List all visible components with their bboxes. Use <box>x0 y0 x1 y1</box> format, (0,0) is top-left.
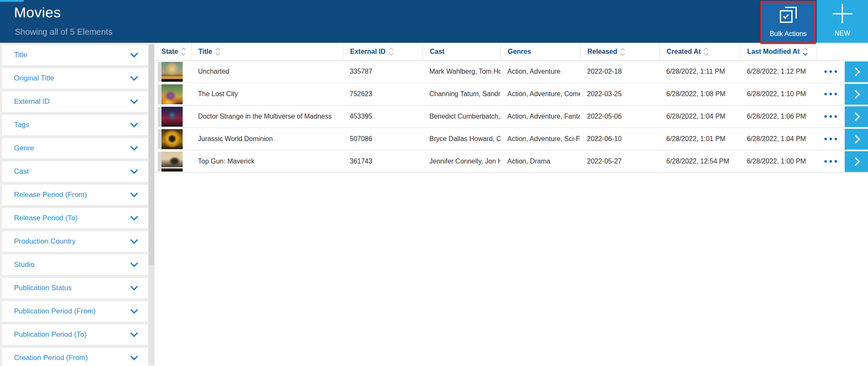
chevron-down-icon <box>130 259 138 267</box>
chevron-down-icon <box>130 189 138 197</box>
sort-icon[interactable] <box>704 48 708 55</box>
cast-cell: Benedict Cumberbatch, C… <box>423 113 501 120</box>
movies-page: Movies Showing all of 5 Elements Bulk Ac… <box>0 0 868 366</box>
state-cell <box>155 83 191 105</box>
sort-icon-active-desc[interactable] <box>804 48 807 55</box>
new-button-label: NEW <box>817 30 868 37</box>
genres-cell: Action, Adventure, Fantasy <box>501 113 580 120</box>
sidebar-scrollbar-thumb[interactable] <box>149 44 154 265</box>
chevron-down-icon <box>130 306 138 313</box>
column-label: State <box>161 48 178 55</box>
filter-tags[interactable]: Tags <box>2 115 148 135</box>
filter-label: Genre <box>14 144 34 152</box>
sidebar-scrollbar[interactable] <box>149 44 154 364</box>
row-actions-button[interactable] <box>817 128 845 150</box>
table-row[interactable]: Uncharted 335787 Mark Wahlberg, Tom Holl… <box>155 61 868 83</box>
row-actions-button[interactable] <box>817 150 845 173</box>
chevron-right-icon <box>851 67 860 76</box>
title-cell: The Lost City <box>191 90 343 98</box>
column-header-released[interactable]: Released <box>580 43 659 60</box>
open-row-button[interactable] <box>845 106 868 127</box>
released-cell: 2022-06-10 <box>580 135 659 143</box>
open-row-button[interactable] <box>845 84 868 105</box>
filter-release-period-from[interactable]: Release Period (From) <box>2 185 148 205</box>
external-id-cell: 752623 <box>343 90 423 98</box>
open-row-button[interactable] <box>845 61 868 82</box>
table-row[interactable]: Jurassic World Dominion 507086 Bryce Dal… <box>155 128 868 150</box>
last-modified-cell: 6/28/2022, 1:10 PM <box>740 90 817 98</box>
filter-publication-period-from[interactable]: Publication Period (From) <box>2 301 148 322</box>
filter-creation-period-from[interactable]: Creation Period (From) <box>2 348 148 366</box>
column-header-external-id[interactable]: External ID <box>343 43 423 60</box>
new-button[interactable]: NEW <box>817 0 868 43</box>
filter-label: Tags <box>14 121 29 129</box>
filter-label: Release Period (To) <box>14 214 78 222</box>
open-row-button[interactable] <box>845 151 868 172</box>
column-header-created-at[interactable]: Created At <box>659 43 740 60</box>
state-indicator <box>158 129 161 149</box>
filter-publication-status[interactable]: Publication Status <box>2 278 148 298</box>
created-at-cell: 6/28/2022, 1:11 PM <box>659 68 740 75</box>
state-cell <box>155 150 191 173</box>
filter-genre[interactable]: Genre <box>2 138 148 158</box>
chevron-down-icon <box>130 119 138 127</box>
filter-cast[interactable]: Cast <box>2 161 148 182</box>
chevron-down-icon <box>130 96 138 104</box>
column-header-title[interactable]: Title <box>191 43 343 60</box>
created-at-cell: 6/28/2022, 12:54 PM <box>659 158 740 165</box>
released-cell: 2022-02-18 <box>580 68 659 75</box>
cast-cell: Jennifer Connelly, Jon Ha… <box>423 158 501 165</box>
bulk-actions-button[interactable]: Bulk Actions <box>760 1 816 44</box>
last-modified-cell: 6/28/2022, 1:04 PM <box>740 135 817 143</box>
open-row-button[interactable] <box>845 129 868 150</box>
filter-publication-period-to[interactable]: Publication Period (To) <box>2 324 148 345</box>
column-label: Genres <box>508 48 531 55</box>
column-label: Last Modified At <box>747 48 800 55</box>
filter-label: External ID <box>14 97 50 106</box>
filter-label: Studio <box>14 261 34 269</box>
state-indicator <box>158 62 161 82</box>
table-row[interactable]: Top Gun: Maverick 361743 Jennifer Connel… <box>155 150 868 173</box>
created-at-cell: 6/28/2022, 1:04 PM <box>659 113 740 120</box>
row-actions-button[interactable] <box>817 105 845 128</box>
plus-icon <box>833 4 852 23</box>
title-cell: Jurassic World Dominion <box>191 135 343 143</box>
sort-icon[interactable] <box>621 48 624 55</box>
sort-icon[interactable] <box>216 48 220 55</box>
released-cell: 2022-05-06 <box>580 113 659 120</box>
results-count: Showing all of 5 Elements <box>15 27 112 37</box>
genres-cell: Action, Drama <box>501 158 580 165</box>
sort-icon[interactable] <box>389 48 393 55</box>
filter-production-country[interactable]: Production Country <box>2 231 148 252</box>
chevron-down-icon <box>130 329 138 337</box>
state-indicator <box>158 152 161 172</box>
row-actions-button[interactable] <box>817 83 845 105</box>
column-header-last-modified-at[interactable]: Last Modified At <box>740 43 817 60</box>
checkmark-icon <box>783 13 789 19</box>
column-label: Created At <box>667 48 701 55</box>
table-row[interactable]: The Lost City 752623 Channing Tatum, San… <box>155 83 868 105</box>
cast-cell: Channing Tatum, Sandra … <box>423 90 501 98</box>
chevron-down-icon <box>130 73 138 80</box>
genres-cell: Action, Adventure, Comedy <box>501 90 580 98</box>
page-header: Movies Showing all of 5 Elements Bulk Ac… <box>0 0 868 43</box>
filter-label: Original Title <box>14 74 54 83</box>
sort-icon[interactable] <box>182 48 185 55</box>
filter-release-period-to[interactable]: Release Period (To) <box>2 208 148 228</box>
filter-studio[interactable]: Studio <box>2 255 148 275</box>
movie-poster <box>161 62 183 82</box>
title-cell: Top Gun: Maverick <box>191 158 343 165</box>
column-header-state[interactable]: State <box>155 43 191 60</box>
filter-label: Title <box>14 51 28 59</box>
table-row[interactable]: Doctor Strange in the Multiverse of Madn… <box>155 105 868 128</box>
movie-poster <box>161 84 183 104</box>
column-label: Released <box>587 48 617 55</box>
filter-original-title[interactable]: Original Title <box>2 68 148 89</box>
filter-external-id[interactable]: External ID <box>2 92 148 112</box>
row-actions-button[interactable] <box>817 61 845 83</box>
column-header-actions <box>817 43 845 60</box>
filter-title[interactable]: Title <box>2 45 148 65</box>
title-cell: Uncharted <box>191 68 343 75</box>
state-cell <box>155 61 191 83</box>
filter-label: Production Country <box>14 237 76 246</box>
